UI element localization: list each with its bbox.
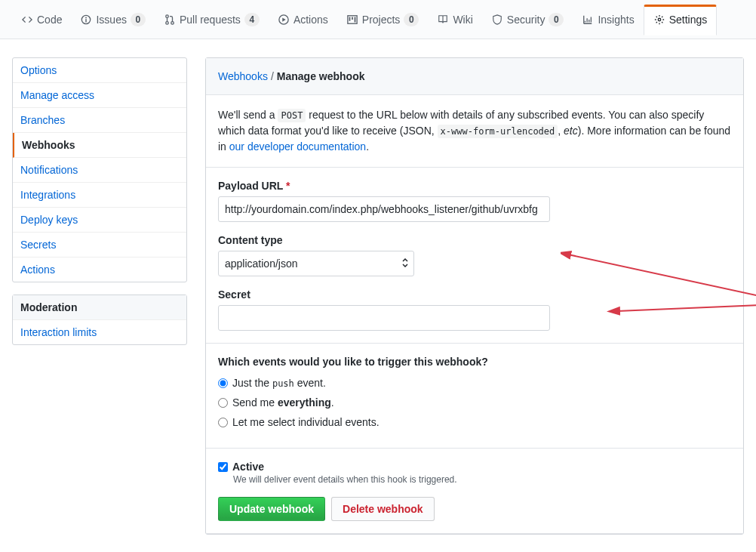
tab-actions[interactable]: Actions [269, 5, 337, 35]
svg-point-5 [171, 21, 174, 24]
sidebar-heading-moderation: Moderation [13, 295, 186, 320]
tab-issues-label: Issues [96, 14, 126, 26]
shield-icon [491, 14, 503, 26]
book-icon [437, 14, 449, 26]
breadcrumb-current: Manage webhook [277, 70, 365, 82]
sidebar-item-options[interactable]: Options [13, 58, 186, 83]
tab-code-label: Code [37, 14, 62, 26]
tab-security-label: Security [507, 14, 545, 26]
sidebar-item-notifications[interactable]: Notifications [13, 158, 186, 183]
graph-icon [582, 14, 594, 26]
svg-point-4 [166, 21, 169, 24]
payload-url-input[interactable] [218, 196, 550, 222]
breadcrumb-parent[interactable]: Webhooks [218, 70, 268, 82]
tab-wiki-label: Wiki [453, 14, 472, 26]
sidebar-item-branches[interactable]: Branches [13, 108, 186, 133]
svg-rect-9 [352, 17, 353, 20]
active-label: Active [232, 461, 264, 473]
urlencoded-code: x-www-form-urlencoded [438, 125, 558, 138]
active-note: We will deliver event details when this … [233, 474, 731, 485]
tab-code[interactable]: Code [12, 5, 71, 35]
settings-sidebar: Options Manage access Branches Webhooks … [12, 57, 187, 357]
tab-insights[interactable]: Insights [573, 5, 643, 35]
breadcrumb: Webhooks / Manage webhook [206, 58, 743, 95]
tab-pulls-label: Pull requests [180, 14, 241, 26]
svg-point-3 [166, 14, 169, 17]
update-webhook-button[interactable]: Update webhook [218, 497, 325, 521]
gear-icon [653, 14, 665, 26]
svg-rect-8 [349, 17, 350, 20]
content-type-label: Content type [218, 234, 731, 246]
tab-pulls[interactable]: Pull requests 4 [155, 4, 269, 35]
sidebar-item-manage-access[interactable]: Manage access [13, 83, 186, 108]
intro-text: We'll send a POST request to the URL bel… [218, 107, 731, 155]
tab-insights-label: Insights [598, 14, 634, 26]
delete-webhook-button[interactable]: Delete webhook [331, 497, 435, 521]
play-icon [278, 14, 290, 26]
radio-everything[interactable]: Send me everything. [218, 396, 731, 409]
issue-icon [80, 14, 92, 26]
active-checkbox-row[interactable]: Active [218, 461, 731, 473]
radio-everything-input[interactable] [218, 398, 228, 408]
tab-projects[interactable]: Projects 0 [337, 4, 429, 35]
sidebar-item-integrations[interactable]: Integrations [13, 183, 186, 208]
svg-rect-2 [86, 19, 87, 22]
content-type-select[interactable]: application/json [218, 251, 414, 276]
events-title: Which events would you like to trigger t… [218, 356, 731, 368]
radio-individual[interactable]: Let me select individual events. [218, 416, 731, 428]
tab-settings-label: Settings [669, 14, 708, 26]
projects-counter: 0 [404, 13, 419, 26]
tab-issues[interactable]: Issues 0 [71, 4, 154, 35]
svg-point-11 [658, 18, 661, 21]
secret-input[interactable] [218, 305, 550, 331]
code-icon [21, 14, 33, 26]
tab-wiki[interactable]: Wiki [428, 5, 481, 35]
active-checkbox[interactable] [218, 462, 228, 472]
webhook-content: Webhooks / Manage webhook We'll send a P… [205, 57, 744, 535]
sidebar-item-secrets[interactable]: Secrets [13, 233, 186, 257]
repo-tabnav: Code Issues 0 Pull requests 4 Actions Pr… [0, 0, 756, 39]
svg-point-1 [86, 17, 88, 18]
post-code: POST [278, 109, 306, 122]
secret-label: Secret [218, 288, 731, 301]
security-counter: 0 [549, 13, 564, 26]
sidebar-item-actions[interactable]: Actions [13, 257, 186, 282]
radio-push-event[interactable]: Just the push event. [218, 377, 731, 389]
tab-settings[interactable]: Settings [644, 5, 718, 35]
sidebar-item-webhooks[interactable]: Webhooks [13, 133, 186, 158]
svg-rect-10 [354, 17, 355, 22]
breadcrumb-sep: / [271, 70, 274, 82]
sidebar-item-interaction-limits[interactable]: Interaction limits [13, 320, 186, 344]
dev-docs-link[interactable]: our developer documentation [229, 140, 366, 153]
pull-request-icon [164, 14, 176, 26]
radio-individual-input[interactable] [218, 418, 228, 427]
issues-counter: 0 [131, 13, 146, 26]
tab-actions-label: Actions [293, 14, 328, 26]
payload-url-label: Payload URL * [218, 180, 731, 192]
sidebar-item-deploy-keys[interactable]: Deploy keys [13, 208, 186, 233]
tab-security[interactable]: Security 0 [482, 4, 573, 35]
pulls-counter: 4 [244, 13, 260, 26]
radio-push-input[interactable] [218, 378, 228, 388]
project-icon [346, 14, 358, 26]
tab-projects-label: Projects [362, 14, 401, 26]
